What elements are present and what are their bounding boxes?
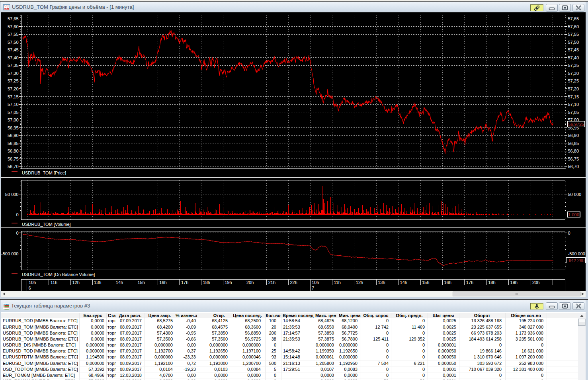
svg-text:57,45: 57,45 <box>568 47 579 52</box>
svg-text:57,60: 57,60 <box>8 24 19 29</box>
svg-text:56,70: 56,70 <box>8 164 19 169</box>
svg-text:7: 7 <box>312 286 314 290</box>
svg-text:57,50: 57,50 <box>568 40 579 45</box>
svg-text:57,35: 57,35 <box>568 63 579 68</box>
svg-text:15h: 15h <box>138 280 145 285</box>
svg-text:15h: 15h <box>422 280 429 285</box>
svg-text:14h: 14h <box>116 280 123 285</box>
svg-text:14h: 14h <box>400 280 407 285</box>
svg-text:16h: 16h <box>159 280 166 285</box>
svg-text:56,75: 56,75 <box>568 157 579 161</box>
svg-text:57,00: 57,00 <box>8 118 19 122</box>
svg-text:10h: 10h <box>29 280 36 285</box>
svg-text:13h: 13h <box>378 280 385 285</box>
svg-text:57,10: 57,10 <box>568 102 579 107</box>
svg-text:57,35: 57,35 <box>8 63 19 68</box>
svg-text:0: 0 <box>16 231 18 235</box>
svg-text:57,25: 57,25 <box>8 78 19 83</box>
svg-text:1 000: 1 000 <box>568 212 579 217</box>
svg-text:56,90: 56,90 <box>568 133 579 138</box>
svg-text:19h: 19h <box>510 280 518 285</box>
svg-text:56,70: 56,70 <box>568 164 579 169</box>
svg-text:57,30: 57,30 <box>568 71 579 76</box>
svg-text:50 000: 50 000 <box>5 192 19 197</box>
svg-text:0: 0 <box>16 212 18 217</box>
svg-text:18h: 18h <box>488 280 495 285</box>
svg-text:18h: 18h <box>203 280 210 285</box>
svg-text:-500 000: -500 000 <box>1 251 18 256</box>
svg-text:57,15: 57,15 <box>8 94 19 99</box>
svg-text:57,05: 57,05 <box>568 110 579 115</box>
svg-text:57,05: 57,05 <box>8 110 19 115</box>
svg-text:12h: 12h <box>356 280 363 285</box>
svg-text:-642 260: -642 260 <box>567 258 584 263</box>
svg-text:USDRUB_TOM [On Balance Volume]: USDRUB_TOM [On Balance Volume] <box>22 272 95 277</box>
svg-text:56,75: 56,75 <box>8 157 19 161</box>
svg-text:57,65: 57,65 <box>8 16 19 21</box>
svg-text:56,80: 56,80 <box>568 149 579 153</box>
svg-text:11h: 11h <box>334 280 341 285</box>
svg-text:10h: 10h <box>312 280 319 285</box>
svg-text:57,60: 57,60 <box>568 24 579 29</box>
svg-text:19h: 19h <box>225 280 232 285</box>
svg-text:11h: 11h <box>51 280 58 285</box>
svg-text:-500 000: -500 000 <box>568 251 585 256</box>
svg-text:57,40: 57,40 <box>8 55 19 60</box>
svg-text:57,20: 57,20 <box>568 86 579 91</box>
svg-text:56,9725: 56,9725 <box>568 122 584 127</box>
svg-text:17h: 17h <box>181 280 188 285</box>
svg-text:16h: 16h <box>444 280 451 285</box>
svg-text:50 000: 50 000 <box>568 192 582 197</box>
svg-text:56,95: 56,95 <box>8 125 19 130</box>
svg-text:57,15: 57,15 <box>568 94 579 99</box>
svg-text:56,85: 56,85 <box>568 141 579 146</box>
svg-text:6: 6 <box>29 286 31 290</box>
svg-text:USDRUB_TOM [Volume]: USDRUB_TOM [Volume] <box>22 222 71 227</box>
svg-text:0: 0 <box>568 231 570 235</box>
svg-text:22h: 22h <box>290 280 297 285</box>
svg-text:57,55: 57,55 <box>8 32 19 37</box>
svg-text:21h: 21h <box>268 280 275 285</box>
svg-text:56,80: 56,80 <box>8 149 19 153</box>
svg-text:57,20: 57,20 <box>8 86 19 91</box>
svg-text:56,90: 56,90 <box>8 133 19 138</box>
svg-text:20h: 20h <box>532 280 539 285</box>
svg-text:12h: 12h <box>72 280 79 285</box>
svg-text:13h: 13h <box>94 280 101 285</box>
svg-text:57,55: 57,55 <box>568 32 579 37</box>
svg-text:57,30: 57,30 <box>8 71 19 76</box>
svg-text:57,65: 57,65 <box>568 16 579 21</box>
svg-text:57,50: 57,50 <box>8 40 19 45</box>
svg-text:57,25: 57,25 <box>568 78 579 83</box>
svg-text:56,85: 56,85 <box>8 141 19 146</box>
svg-text:57,45: 57,45 <box>8 47 19 52</box>
svg-text:20h: 20h <box>246 280 254 285</box>
svg-text:57,10: 57,10 <box>8 102 19 107</box>
svg-text:USDRUB_TOM [Price]: USDRUB_TOM [Price] <box>22 170 66 175</box>
svg-text:57,40: 57,40 <box>568 55 579 60</box>
svg-text:17h: 17h <box>466 280 473 285</box>
